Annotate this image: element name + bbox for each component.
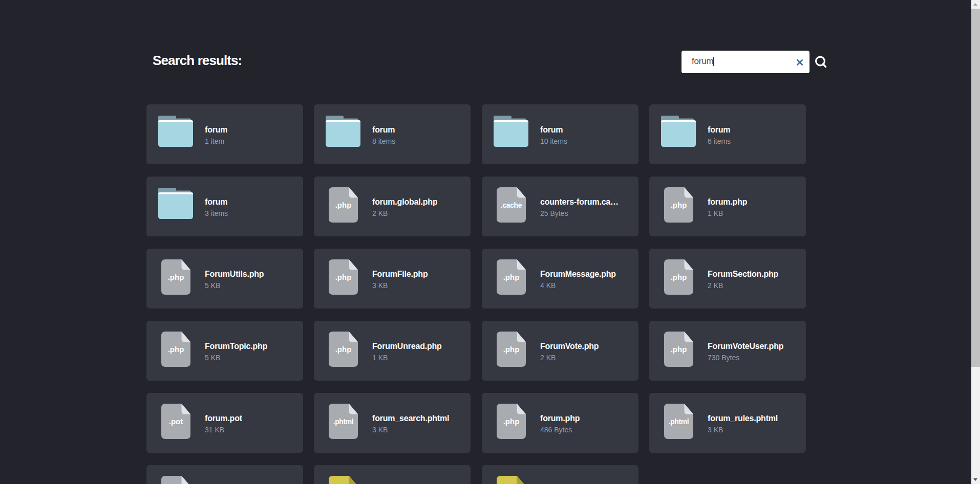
svg-text:.php: .php (335, 345, 352, 354)
svg-text:.cache: .cache (501, 201, 522, 209)
svg-text:.php: .php (671, 345, 687, 354)
svg-text:.php: .php (335, 273, 352, 281)
svg-text:.php: .php (503, 417, 520, 426)
svg-text:.php: .php (503, 273, 520, 281)
svg-text:.php: .php (503, 345, 520, 354)
svg-text:.php: .php (168, 345, 184, 354)
svg-text:.php: .php (168, 273, 184, 281)
svg-text:.php: .php (671, 273, 687, 281)
svg-text:.phtml: .phtml (333, 417, 354, 426)
svg-text:.pot: .pot (169, 417, 183, 426)
svg-text:.php: .php (335, 201, 352, 209)
svg-text:.phtml: .phtml (669, 417, 689, 426)
svg-text:.php: .php (671, 201, 687, 209)
